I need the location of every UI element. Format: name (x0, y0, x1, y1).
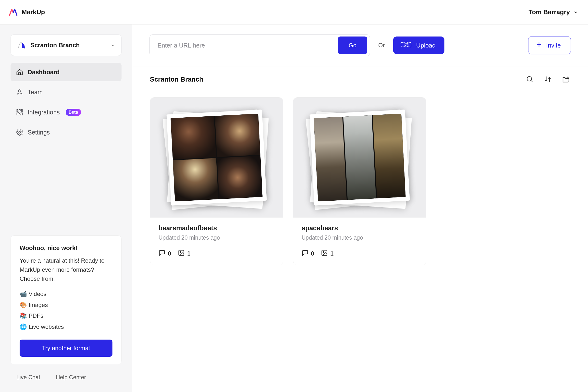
brand-block[interactable]: MarkUp (9, 8, 45, 17)
project-card[interactable]: bearsmadeofbeets Updated 20 minutes ago … (150, 97, 283, 265)
workspace-name: Scranton Branch (30, 42, 107, 49)
chevron-down-icon (573, 10, 578, 15)
svg-line-9 (531, 80, 533, 82)
user-menu[interactable]: Tom Barragry (528, 8, 578, 16)
svg-rect-4 (407, 42, 411, 47)
url-input[interactable] (158, 42, 338, 49)
sidebar-item-label: Integrations (28, 109, 60, 116)
images-count-value: 1 (187, 250, 190, 257)
svg-point-13 (180, 251, 181, 252)
sidebar-item-dashboard[interactable]: Dashboard (10, 63, 122, 81)
project-title: bearsmadeofbeets (158, 224, 275, 232)
workspace-header-actions (526, 75, 570, 84)
workspace-header: Scranton Branch (132, 66, 588, 84)
images-count: 1 (321, 250, 334, 258)
new-folder-icon[interactable] (562, 75, 570, 84)
help-center-link[interactable]: Help Center (56, 374, 86, 381)
project-thumbnail (150, 98, 283, 218)
project-card[interactable]: spacebears Updated 20 minutes ago 0 (293, 97, 426, 265)
comments-count-value: 0 (168, 250, 171, 257)
svg-point-8 (527, 76, 532, 81)
gear-icon (16, 128, 23, 136)
upload-button[interactable]: Upload (393, 36, 444, 54)
workspace-picker[interactable]: Scranton Branch (10, 34, 122, 56)
project-thumbnail (293, 98, 426, 218)
chevron-down-icon (110, 43, 116, 48)
hint-list-item: 📹 Videos (20, 288, 112, 300)
sidebar-item-integrations[interactable]: Integrations Beta (10, 103, 122, 122)
onboarding-hint-card: Woohoo, nice work! You're a natural at t… (10, 236, 122, 364)
comments-count: 0 (302, 250, 314, 258)
project-updated: Updated 20 minutes ago (302, 234, 418, 241)
svg-rect-12 (179, 250, 184, 256)
beta-badge: Beta (66, 109, 81, 116)
project-title: spacebears (302, 224, 418, 232)
sort-icon[interactable] (544, 75, 552, 84)
invite-button-label: Invite (546, 42, 561, 49)
upload-icon (400, 40, 411, 50)
user-name: Tom Barragry (528, 8, 570, 16)
brand-logo-icon (9, 8, 18, 17)
invite-button[interactable]: Invite (528, 36, 571, 54)
workspace-avatar-icon (17, 40, 27, 50)
try-another-format-button[interactable]: Try another format (20, 340, 112, 357)
hint-list-item: 🌐 Live websites (20, 322, 112, 332)
page-title: Scranton Branch (150, 76, 526, 83)
search-icon[interactable] (526, 75, 534, 84)
sidebar-item-label: Team (28, 89, 43, 96)
svg-point-1 (18, 131, 20, 133)
sidebar-nav: Dashboard Team Integrations Beta Settin (10, 63, 122, 143)
images-count: 1 (178, 250, 190, 258)
sidebar-item-team[interactable]: Team (10, 83, 122, 102)
or-label: Or (378, 42, 385, 49)
sidebar-footer: Live Chat Help Center (10, 364, 122, 392)
images-count-value: 1 (330, 250, 334, 257)
brand-name: MarkUp (22, 8, 45, 16)
hint-list-item: 📚 PDFs (20, 310, 112, 321)
comments-count: 0 (158, 250, 171, 258)
plus-icon (536, 42, 542, 49)
topbar: MarkUp Tom Barragry (0, 0, 588, 24)
svg-point-0 (18, 90, 21, 92)
svg-rect-2 (400, 42, 405, 47)
live-chat-link[interactable]: Live Chat (16, 374, 40, 381)
comments-count-value: 0 (311, 250, 314, 257)
hint-body: You're a natural at this! Ready to MarkU… (20, 256, 112, 284)
project-cards: bearsmadeofbeets Updated 20 minutes ago … (132, 84, 588, 279)
svg-point-15 (323, 251, 324, 252)
url-input-wrap: Go (150, 34, 370, 56)
image-icon (321, 250, 328, 258)
hint-list: 📹 Videos 🎨 Images 📚 PDFs 🌐 Live websites (20, 288, 112, 332)
sidebar-item-label: Settings (28, 129, 50, 136)
hint-title: Woohoo, nice work! (20, 244, 112, 252)
comment-icon (302, 250, 308, 258)
project-updated: Updated 20 minutes ago (158, 234, 275, 241)
sidebar-item-label: Dashboard (28, 68, 60, 76)
upload-button-label: Upload (416, 42, 436, 49)
puzzle-icon (16, 108, 23, 116)
go-button[interactable]: Go (338, 36, 367, 54)
home-icon (16, 68, 23, 76)
person-icon (16, 88, 23, 96)
svg-point-5 (406, 43, 406, 44)
image-icon (178, 250, 185, 258)
svg-rect-14 (322, 250, 327, 256)
sidebar: Scranton Branch Dashboard Team (0, 24, 132, 392)
hint-list-item: 🎨 Images (20, 300, 112, 310)
sidebar-item-settings[interactable]: Settings (10, 123, 122, 142)
action-bar: Go Or Upload (132, 24, 588, 66)
main: Go Or Upload (132, 24, 588, 392)
comment-icon (158, 250, 166, 258)
